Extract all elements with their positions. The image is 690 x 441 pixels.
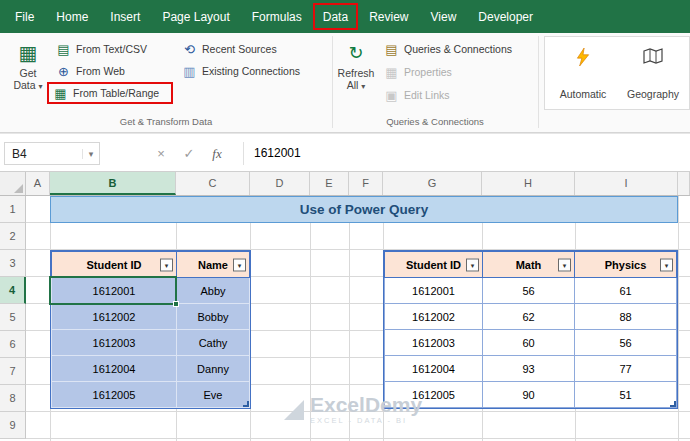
tab-data[interactable]: Data [313,3,358,30]
row-header-6[interactable]: 6 [0,331,26,358]
row-header-3[interactable]: 3 [0,250,26,277]
table-row: 1612001 56 61 [385,278,677,304]
from-table-range-icon: ▦ [53,86,68,101]
cell-h5[interactable]: 62 [483,304,575,330]
filter-dropdown-icon[interactable]: ▾ [233,258,246,271]
cell-g5[interactable]: 1612002 [385,304,483,330]
name-box[interactable]: B4 ▾ [4,142,100,165]
tab-file[interactable]: File [4,0,45,33]
cell-b6[interactable]: 1612003 [52,330,177,356]
row-header-1[interactable]: 1 [0,196,26,223]
row-header-4[interactable]: 4 [0,277,26,304]
name-box-dropdown-icon[interactable]: ▾ [82,149,99,159]
left-header-student-id[interactable]: Student ID▾ [52,252,177,278]
tab-page-layout[interactable]: Page Layout [151,0,240,33]
select-all-button[interactable] [0,172,26,195]
column-header-a[interactable]: A [26,172,50,195]
filter-dropdown-icon[interactable]: ▾ [466,258,479,271]
tab-review[interactable]: Review [358,0,419,33]
tab-insert[interactable]: Insert [99,0,151,33]
cell-b7[interactable]: 1612004 [52,356,177,382]
worksheet-title-cell[interactable]: Use of Power Query [50,196,678,223]
from-web-button[interactable]: ⊕ From Web [52,60,129,82]
column-header-d[interactable]: D [250,172,310,195]
left-header-name[interactable]: Name▾ [177,252,250,278]
right-header-math[interactable]: Math▾ [483,252,575,278]
excel-window: File Home Insert Page Layout Formulas Da… [0,0,690,441]
right-header-student-id[interactable]: Student ID▾ [385,252,483,278]
map-icon [643,48,663,66]
from-table-range-button[interactable]: ▦ From Table/Range [47,82,173,104]
formula-input[interactable]: 1612001 [254,142,301,165]
row-header-2[interactable]: 2 [0,223,26,250]
column-header-b[interactable]: B [50,172,176,195]
cell-i7[interactable]: 77 [575,356,677,382]
cell-g7[interactable]: 1612004 [385,356,483,382]
tab-developer[interactable]: Developer [467,0,544,33]
row-header-8[interactable]: 8 [0,385,26,412]
cell-h4[interactable]: 56 [483,278,575,304]
column-header-f[interactable]: F [349,172,383,195]
cell-b5[interactable]: 1612002 [52,304,177,330]
cell-c8[interactable]: Eve [177,382,250,408]
row-header-9[interactable]: 9 [0,412,26,439]
cell-b4[interactable]: 1612001 [52,278,177,304]
cancel-entry-button[interactable]: × [150,142,172,165]
cell-h6[interactable]: 60 [483,330,575,356]
cell-i5[interactable]: 88 [575,304,677,330]
filter-dropdown-icon[interactable]: ▾ [558,258,571,271]
cell-i6[interactable]: 56 [575,330,677,356]
cell-h7[interactable]: 93 [483,356,575,382]
row-header-7[interactable]: 7 [0,358,26,385]
column-header-e[interactable]: E [310,172,349,195]
formula-bar-divider [243,142,244,165]
cell-h8[interactable]: 90 [483,382,575,408]
cell-b8[interactable]: 1612005 [52,382,177,408]
group-label-queries-connections: Queries & Connections [332,116,538,127]
table-resize-handle[interactable] [670,401,676,407]
insert-function-button[interactable]: fx [206,142,228,165]
cell-i4[interactable]: 61 [575,278,677,304]
select-all-triangle-icon [14,184,23,193]
recent-sources-button[interactable]: ⟲ Recent Sources [178,38,281,60]
from-table-range-label: From Table/Range [73,87,159,99]
tab-view[interactable]: View [420,0,468,33]
cell-c4[interactable]: Abby [177,278,250,304]
cell-i8[interactable]: 51 [575,382,677,408]
lightning-icon [574,48,592,68]
properties-label: Properties [404,66,452,78]
recent-sources-label: Recent Sources [202,43,277,55]
fx-icon: fx [212,146,221,162]
edit-links-label: Edit Links [404,89,450,101]
table-resize-handle[interactable] [243,401,249,407]
existing-connections-button[interactable]: ▥ Existing Connections [178,60,304,82]
table-row: 1612004 93 77 [385,356,677,382]
column-header-i[interactable]: I [575,172,678,195]
geography-label: Geography [627,88,679,100]
column-header-g[interactable]: G [383,172,482,195]
filter-dropdown-icon[interactable]: ▾ [160,258,173,271]
automatic-data-type-button[interactable]: Automatic [551,44,615,106]
geography-data-type-button[interactable]: Geography [621,44,685,106]
gridline [310,196,311,441]
from-text-csv-label: From Text/CSV [76,43,147,55]
cell-c7[interactable]: Danny [177,356,250,382]
column-header-h[interactable]: H [482,172,575,195]
confirm-entry-button[interactable]: ✓ [178,142,200,165]
cell-g6[interactable]: 1612003 [385,330,483,356]
from-text-csv-button[interactable]: ▤ From Text/CSV [52,38,151,60]
right-header-physics[interactable]: Physics▾ [575,252,677,278]
cell-g4[interactable]: 1612001 [385,278,483,304]
queries-connections-button[interactable]: ▤ Queries & Connections [380,38,516,60]
cell-g8[interactable]: 1612005 [385,382,483,408]
cell-c5[interactable]: Bobby [177,304,250,330]
tab-formulas[interactable]: Formulas [241,0,313,33]
table-row: 1612001 Abby [52,278,250,304]
properties-icon: ▦ [384,65,399,80]
tab-home[interactable]: Home [45,0,99,33]
edit-links-button: ▣ Edit Links [380,84,454,106]
column-header-c[interactable]: C [176,172,250,195]
cell-c6[interactable]: Cathy [177,330,250,356]
row-header-5[interactable]: 5 [0,304,26,331]
filter-dropdown-icon[interactable]: ▾ [660,258,673,271]
